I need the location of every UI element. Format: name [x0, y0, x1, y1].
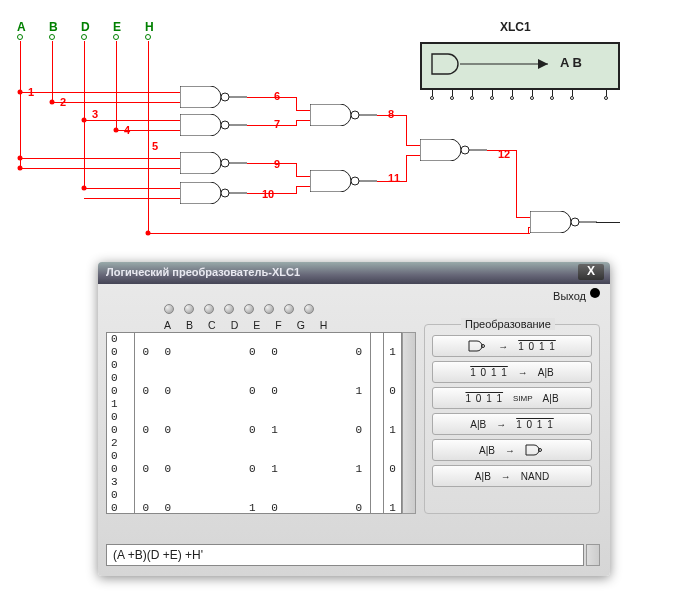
conv-expr-to-gate-button[interactable]: A|B→	[432, 439, 592, 461]
xlc-title: XLC1	[500, 20, 531, 34]
led-f-icon[interactable]	[264, 304, 274, 314]
wire-3-label: 3	[92, 108, 98, 120]
pin-icon	[17, 34, 23, 40]
wire-7-label: 7	[274, 118, 280, 130]
wire-10-label: 10	[262, 188, 274, 200]
nand-gate-icon	[530, 211, 600, 233]
svg-point-10	[351, 177, 359, 185]
svg-point-18	[482, 345, 485, 348]
conv-tt-to-expr-button[interactable]: 1 0 1 1→A|B	[432, 361, 592, 383]
column-headers: ABCDEFGH	[164, 319, 327, 331]
wire-8-label: 8	[388, 108, 394, 120]
conversion-title: Преобразование	[461, 318, 555, 330]
pin-icon	[113, 34, 119, 40]
nand-gate-icon	[310, 104, 380, 126]
table-row[interactable]: 0 0 4001001	[107, 489, 401, 514]
input-d-label: D	[81, 20, 90, 34]
expression-field[interactable]: (A +B)(D +E) +H'	[106, 544, 584, 566]
input-leds	[164, 304, 314, 314]
led-e-icon[interactable]	[244, 304, 254, 314]
nand-gate-icon	[180, 182, 250, 204]
svg-point-0	[221, 93, 229, 101]
xlc-ab-label: A B	[560, 55, 582, 70]
svg-point-4	[221, 159, 229, 167]
pin-icon	[49, 34, 55, 40]
table-scrollbar[interactable]	[402, 332, 416, 514]
wire-11-label: 11	[388, 172, 400, 184]
table-row[interactable]: 0 0 2000101	[107, 411, 401, 450]
table-row[interactable]: 0 0 3000110	[107, 450, 401, 489]
truth-table[interactable]: 0 0 00000010 0 10000100 0 20001010 0 300…	[106, 332, 402, 514]
table-row[interactable]: 0 0 1000010	[107, 372, 401, 411]
led-h-icon[interactable]	[304, 304, 314, 314]
nand-gate-icon	[420, 139, 490, 161]
svg-point-2	[221, 121, 229, 129]
led-b-icon[interactable]	[184, 304, 194, 314]
xlc-gate-icon	[430, 50, 560, 80]
input-b-label: B	[49, 20, 58, 34]
input-h-label: H	[145, 20, 154, 34]
logic-converter-dialog: Логический преобразователь-XLC1 X Выход …	[98, 262, 610, 576]
led-c-icon[interactable]	[204, 304, 214, 314]
nand-gate-icon	[310, 170, 380, 192]
pin-icon	[145, 34, 151, 40]
conv-gate-to-tt-button[interactable]: → 1 0 1 1	[432, 335, 592, 357]
svg-marker-17	[538, 59, 548, 69]
input-a-label: A	[17, 20, 26, 34]
conversion-panel: Преобразование → 1 0 1 1 1 0 1 1→A|B 1 0…	[424, 324, 600, 514]
output-dot-icon	[590, 288, 600, 298]
led-g-icon[interactable]	[284, 304, 294, 314]
close-button[interactable]: X	[578, 264, 604, 280]
conv-expr-to-nand-button[interactable]: A|B→NAND	[432, 465, 592, 487]
conv-tt-simp-expr-button[interactable]: 1 0 1 1SIMPA|B	[432, 387, 592, 409]
gate-icon	[525, 444, 545, 456]
input-e-label: E	[113, 20, 121, 34]
gate-icon	[468, 340, 488, 352]
led-a-icon[interactable]	[164, 304, 174, 314]
led-d-icon[interactable]	[224, 304, 234, 314]
nand-gate-icon	[180, 86, 250, 108]
pin-icon	[81, 34, 87, 40]
wire-5-label: 5	[152, 140, 158, 152]
svg-point-8	[351, 111, 359, 119]
wire-6-label: 6	[274, 90, 280, 102]
output-label: Выход	[553, 290, 586, 302]
wire-9-label: 9	[274, 158, 280, 170]
svg-point-6	[221, 189, 229, 197]
conv-expr-to-tt-button[interactable]: A|B→1 0 1 1	[432, 413, 592, 435]
tt-icon-text: 1 0 1 1	[518, 341, 556, 352]
expression-scrollbar[interactable]	[586, 544, 600, 566]
svg-point-19	[538, 449, 541, 452]
svg-point-14	[571, 218, 579, 226]
svg-point-12	[461, 146, 469, 154]
dialog-titlebar[interactable]: Логический преобразователь-XLC1 X	[98, 262, 610, 284]
nand-gate-icon	[180, 114, 250, 136]
schematic-canvas: A B D E H 1 2 3 4 5 6 7 8 9 10 11 12	[0, 0, 697, 260]
table-row[interactable]: 0 0 0000001	[107, 333, 401, 372]
nand-gate-icon	[180, 152, 250, 174]
dialog-title: Логический преобразователь-XLC1	[106, 266, 300, 278]
